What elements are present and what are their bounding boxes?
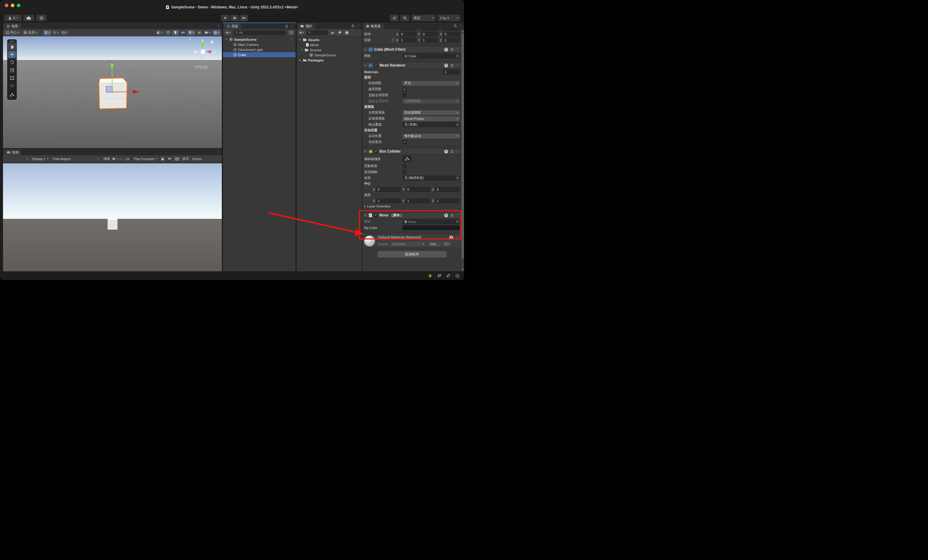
unity-version-control-button[interactable]: D — [36, 15, 47, 21]
move-tool-button[interactable] — [8, 51, 16, 58]
custom-tool-button[interactable] — [8, 91, 16, 98]
project-item-samplescene[interactable]: SampleScene — [297, 52, 362, 58]
object-picker-icon[interactable]: ⊙ — [456, 176, 459, 180]
presets-icon[interactable] — [450, 150, 454, 153]
tab-inspector[interactable]: 检查器 — [363, 23, 384, 29]
center-z-field[interactable]: 0 — [435, 187, 460, 192]
inspector-scrollbar[interactable]: ▲ ▼ — [461, 29, 464, 271]
step-button[interactable] — [240, 15, 248, 21]
play-focused-dropdown[interactable]: Play Focused ▾ — [132, 156, 159, 162]
lock-open-icon[interactable] — [285, 24, 288, 28]
materials-count-field[interactable]: 1 — [443, 70, 460, 74]
auto-refresh-button[interactable] — [444, 272, 453, 279]
project-item-packages[interactable]: ▶ Packages — [297, 58, 362, 63]
game-menu-kebab-icon[interactable]: ⋮ — [217, 150, 220, 154]
shading-mode-dropdown[interactable]: ▾ — [156, 30, 164, 35]
lock-open-icon[interactable] — [352, 24, 354, 27]
size-z-field[interactable]: 1 — [435, 198, 460, 203]
size-y-field[interactable]: 1 — [406, 198, 430, 203]
receive-shadows-checkbox[interactable]: ✓ — [403, 87, 406, 91]
contribute-gi-checkbox[interactable] — [403, 93, 406, 97]
mesh-renderer-enabled-checkbox[interactable]: ✓ — [374, 64, 378, 67]
foldout-icon[interactable]: ▶ — [299, 59, 302, 61]
anchor-override-field[interactable]: 无 (变换) ⊙ — [403, 122, 460, 127]
cast-shadows-dropdown[interactable]: 开启 ▾ — [403, 81, 460, 86]
scale-x-field[interactable]: 1 — [399, 38, 416, 43]
game-viewport[interactable] — [3, 163, 222, 271]
add-component-button[interactable]: 添加组件 — [378, 251, 447, 258]
foldout-icon[interactable]: ▼ — [300, 49, 303, 51]
mesh-renderer-header[interactable]: ▼ ✓ Mesh Renderer ? ⋮ — [362, 62, 461, 69]
edit-collider-button[interactable] — [403, 156, 412, 162]
display-mode-dropdown[interactable]: ▾ — [24, 156, 30, 162]
box-collider-header[interactable]: ▼ ✓ Box Collider ? ⋮ — [362, 148, 461, 155]
hierarchy-search[interactable] — [233, 30, 287, 35]
help-icon[interactable]: ? — [444, 150, 448, 154]
component-kebab-icon[interactable]: ⋮ — [456, 150, 459, 154]
overlay-drag-handle[interactable] — [8, 40, 16, 43]
frame-debugger-button[interactable] — [159, 156, 166, 162]
foldout-icon[interactable]: ▶ — [364, 205, 367, 208]
scrollbar-thumb[interactable] — [462, 33, 464, 259]
scene-viewport[interactable]: y x <Persp ≡ — [3, 36, 222, 148]
hierarchy-add-button[interactable]: + ▾ — [224, 30, 231, 35]
shader-edit-button[interactable]: Edit... — [427, 241, 441, 246]
layers-dropdown[interactable]: 图层 ▾ — [411, 15, 436, 21]
material-list-button[interactable]: ▾ — [443, 241, 451, 246]
material-kebab-icon[interactable]: ⋮ — [455, 236, 459, 240]
scale-z-field[interactable]: 1 — [443, 38, 460, 43]
zoom-slider-knob[interactable] — [112, 157, 115, 160]
help-icon[interactable]: ? — [444, 48, 448, 52]
pivot-mode-dropdown[interactable]: 中心 ▾ — [4, 30, 21, 35]
foldout-icon[interactable]: ▼ — [299, 38, 302, 41]
hierarchy-item-samplescene[interactable]: ▼ SampleScene ⋮ — [223, 37, 296, 42]
help-icon[interactable]: ? — [444, 214, 448, 217]
hidden-packages-button[interactable] — [344, 30, 350, 35]
project-item-move[interactable]: # Move — [297, 42, 362, 47]
center-x-field[interactable]: 0 — [376, 187, 401, 192]
position-y-field[interactable] — [421, 29, 438, 31]
move-script-enabled-checkbox[interactable]: ✓ — [374, 214, 378, 217]
project-search[interactable] — [306, 30, 328, 35]
search-by-type-button[interactable] — [330, 30, 336, 35]
space-mode-dropdown[interactable]: 全局 ▾ — [22, 30, 39, 35]
mute-audio-button[interactable] — [166, 156, 174, 162]
rect-tool-button[interactable] — [8, 74, 16, 82]
2d-toggle[interactable]: 2D — [165, 30, 171, 35]
stats-button[interactable]: 状态 — [181, 156, 191, 162]
my-color-swatch[interactable] — [403, 226, 460, 230]
help-icon[interactable]: ? — [449, 236, 453, 240]
snap-increment-dropdown[interactable]: ▾ — [61, 30, 69, 35]
tab-game[interactable]: 游戏 — [4, 149, 21, 155]
aspect-dropdown[interactable]: Free Aspect ▾ — [51, 156, 101, 162]
transform-tool-button[interactable] — [8, 82, 16, 89]
project-menu-kebab-icon[interactable]: ⋮ — [357, 24, 360, 27]
help-icon[interactable]: ? — [444, 64, 448, 67]
account-button[interactable]: G ▾ — [4, 15, 21, 21]
project-search-input[interactable] — [312, 31, 326, 35]
project-item-scenes[interactable]: ▼ Scenes — [297, 47, 362, 52]
undo-history-button[interactable]: ↺ — [390, 15, 399, 21]
layer-overrides-row[interactable]: ▶ Layer Overrides — [364, 204, 460, 209]
object-picker-icon[interactable]: ⊙ — [456, 54, 459, 58]
hand-tool-button[interactable] — [8, 43, 16, 50]
scroll-up-arrow[interactable]: ▲ — [462, 29, 464, 33]
component-kebab-icon[interactable]: ⋮ — [456, 64, 459, 67]
tab-hierarchy[interactable]: 层级 — [224, 23, 241, 29]
size-x-field[interactable]: 1 — [376, 198, 401, 203]
foldout-icon[interactable]: ▼ — [364, 214, 367, 217]
scale-tool-button[interactable] — [8, 67, 16, 74]
display-dropdown[interactable]: Display 1 ▾ — [30, 156, 51, 162]
foldout-icon[interactable]: ▼ — [364, 64, 367, 67]
project-item-assets[interactable]: ▼ Assets — [297, 37, 362, 42]
vsync-button[interactable] — [174, 156, 181, 162]
project-add-button[interactable]: + ▾ — [298, 30, 305, 35]
motion-vectors-dropdown[interactable]: 每对象运动 ▾ — [403, 134, 460, 139]
hierarchy-search-input[interactable] — [239, 31, 284, 35]
object-picker-icon[interactable]: ⊙ — [456, 220, 459, 224]
presets-icon[interactable] — [450, 64, 454, 67]
scene-visibility-toggle[interactable] — [196, 30, 203, 35]
audio-mute-toggle[interactable] — [180, 30, 186, 35]
foldout-icon[interactable]: ▼ — [364, 150, 367, 153]
progress-status-button[interactable] — [453, 272, 462, 279]
